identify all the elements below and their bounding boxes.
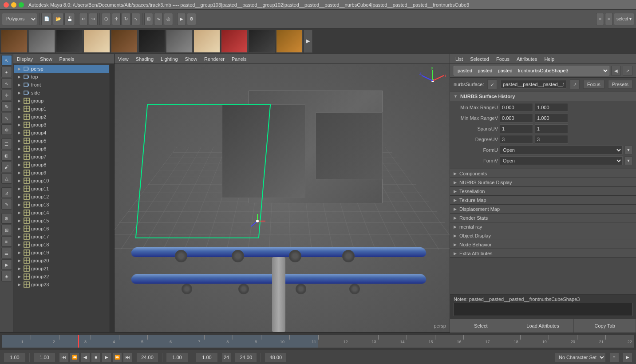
outliner-item-group8[interactable]: ▶group8 xyxy=(14,161,109,169)
play-fwd-btn[interactable]: ▶ xyxy=(102,352,111,362)
outliner-item-group3[interactable]: ▶group3 xyxy=(14,121,109,129)
outliner-item-group18[interactable]: ▶group18 xyxy=(14,241,109,249)
object-display-section[interactable]: ▶ Object Display xyxy=(450,231,636,240)
expand-btn-group6[interactable]: ▶ xyxy=(16,146,22,152)
show-manip-btn[interactable]: ☰ xyxy=(1,138,12,149)
min-max-range-u-val1[interactable] xyxy=(500,103,533,112)
max-frame-input[interactable] xyxy=(265,352,287,362)
expand-btn-group22[interactable]: ▶ xyxy=(16,273,22,280)
outliner-item-group13[interactable]: ▶group13 xyxy=(14,201,109,209)
attr-menu-attributes[interactable]: Attributes xyxy=(513,55,541,63)
outliner-item-front[interactable]: ▶front xyxy=(14,81,109,89)
expand-btn-group2[interactable]: ▶ xyxy=(16,114,22,120)
hypershade-btn[interactable]: ◈ xyxy=(1,271,12,281)
texture-thumb-5[interactable] xyxy=(111,30,138,53)
move-btn[interactable]: ✛ xyxy=(1,90,12,100)
expand-btn-group16[interactable]: ▶ xyxy=(16,226,22,232)
current-frame-input[interactable] xyxy=(4,352,26,362)
rotate-btn[interactable]: ↻ xyxy=(1,101,12,112)
expand-btn-group4[interactable]: ▶ xyxy=(16,130,22,136)
anim-layers-btn[interactable]: ≡ xyxy=(609,352,619,362)
paint-select-btn[interactable]: ● xyxy=(1,67,12,77)
expand-btn-group14[interactable]: ▶ xyxy=(16,210,22,216)
viewport-menu-panels[interactable]: Panels xyxy=(228,55,250,63)
form-u-arrow[interactable]: ▼ xyxy=(624,146,632,154)
save-btn[interactable]: 💾 xyxy=(64,13,75,25)
texture-thumb-1[interactable] xyxy=(1,30,28,53)
viewport-menu-view[interactable]: View xyxy=(115,55,132,63)
extra-btn-2[interactable]: ≡ xyxy=(605,13,613,25)
extra-attributes-section[interactable]: ▶ Extra Attributes xyxy=(450,249,636,258)
texture-thumb-11[interactable] xyxy=(276,30,303,53)
form-v-select[interactable]: Open xyxy=(500,156,623,165)
attr-menu-focus[interactable]: Focus xyxy=(493,55,513,63)
expand-btn-group5[interactable]: ▶ xyxy=(16,138,22,144)
channel-btn[interactable]: ≡ xyxy=(1,236,12,247)
expand-btn-group3[interactable]: ▶ xyxy=(16,122,22,128)
lasso-select-btn[interactable]: ∿ xyxy=(1,78,12,89)
render-view-btn[interactable]: ▶ xyxy=(1,259,12,270)
min-max-range-u-val2[interactable] xyxy=(535,103,568,112)
viewport-menu-shading[interactable]: Shading xyxy=(132,55,157,63)
minimize-btn[interactable] xyxy=(11,2,16,8)
select-button[interactable]: Select xyxy=(450,319,512,332)
mental-ray-section[interactable]: ▶ mental ray xyxy=(450,222,636,231)
expand-btn-group12[interactable]: ▶ xyxy=(16,194,22,200)
outliner-item-group7[interactable]: ▶group7 xyxy=(14,153,109,161)
expand-btn-group11[interactable]: ▶ xyxy=(16,186,22,192)
outliner-item-group[interactable]: ▶group xyxy=(14,97,109,105)
texture-thumb-4[interactable] xyxy=(83,30,110,53)
texture-thumb-6[interactable] xyxy=(138,30,165,53)
extra-btn-1[interactable]: ≡ xyxy=(596,13,604,25)
nurbs-copy-left-btn[interactable]: ↙ xyxy=(487,79,497,89)
go-end-btn[interactable]: ⏭ xyxy=(123,352,133,362)
history-btn[interactable]: ⊞ xyxy=(1,225,12,235)
outliner-item-top[interactable]: ▶top xyxy=(14,73,109,81)
more-options-btn[interactable]: ▶ xyxy=(623,352,632,362)
attr-menu-selected[interactable]: Selected xyxy=(466,55,493,63)
maximize-btn[interactable] xyxy=(19,2,24,8)
node-dropdown[interactable]: pasted__pasted__pasted__frontnurbsCubeSh… xyxy=(454,66,609,75)
min-max-range-v-val2[interactable] xyxy=(535,114,568,123)
node-copy-btn[interactable]: ↗ xyxy=(623,66,632,75)
expand-btn-side[interactable]: ▶ xyxy=(16,90,22,96)
rotate-tool-btn[interactable]: ↻ xyxy=(122,13,130,25)
outliner-menu-display[interactable]: Display xyxy=(13,55,36,63)
outliner-item-group11[interactable]: ▶group11 xyxy=(14,185,109,193)
outliner-item-group1[interactable]: ▶group1 xyxy=(14,105,109,113)
timeline-start-field[interactable] xyxy=(196,352,218,362)
paint-ops-btn[interactable]: 🖌 xyxy=(1,162,12,172)
nurbs-history-section-header[interactable]: ▼ NURBS Surface History xyxy=(450,91,636,101)
outliner-item-group14[interactable]: ▶group14 xyxy=(14,209,109,217)
move-tool-btn[interactable]: ✛ xyxy=(112,13,121,25)
texture-thumb-9[interactable] xyxy=(221,30,248,53)
components-section[interactable]: ▶ Components xyxy=(450,169,636,178)
expand-btn-group23[interactable]: ▶ xyxy=(16,281,22,288)
sculpt-btn[interactable]: △ xyxy=(1,173,12,184)
outliner-item-group23[interactable]: ▶group23 xyxy=(14,281,109,289)
step-back-btn[interactable]: ⏪ xyxy=(70,352,79,362)
render-settings-btn[interactable]: ⚙ xyxy=(187,13,196,25)
render-stats-section[interactable]: ▶ Render Stats xyxy=(450,214,636,222)
annotation-btn[interactable]: ✎ xyxy=(1,199,12,210)
outliner-item-group9[interactable]: ▶group9 xyxy=(14,169,109,177)
expand-btn-group10[interactable]: ▶ xyxy=(16,178,22,184)
expand-btn-front[interactable]: ▶ xyxy=(16,82,22,88)
node-prev-btn[interactable]: ◀ xyxy=(611,66,621,75)
snap-grid-btn[interactable]: ⊞ xyxy=(144,13,153,25)
attr-editor-toggle[interactable]: ☰ xyxy=(1,248,12,258)
outliner-item-group17[interactable]: ▶group17 xyxy=(14,233,109,241)
nurbs-display-section[interactable]: ▶ NURBS Surface Display xyxy=(450,178,636,187)
outliner-item-group22[interactable]: ▶group22 xyxy=(14,273,109,281)
expand-btn-group18[interactable]: ▶ xyxy=(16,241,22,248)
degree-uv-val2[interactable] xyxy=(535,135,568,144)
displacement-map-section[interactable]: ▶ Displacement Map xyxy=(450,205,636,214)
measure-btn[interactable]: ⊿ xyxy=(1,187,12,198)
scale-tool-btn[interactable]: ⤡ xyxy=(131,13,140,25)
outliner-item-group20[interactable]: ▶group20 xyxy=(14,257,109,265)
expand-btn-group17[interactable]: ▶ xyxy=(16,233,22,240)
select-mode-btn[interactable]: ↖ xyxy=(1,55,12,66)
texture-thumb-7[interactable] xyxy=(166,30,193,53)
viewport-menu-lighting[interactable]: Lighting xyxy=(157,55,182,63)
attr-menu-help[interactable]: Help xyxy=(541,55,558,63)
